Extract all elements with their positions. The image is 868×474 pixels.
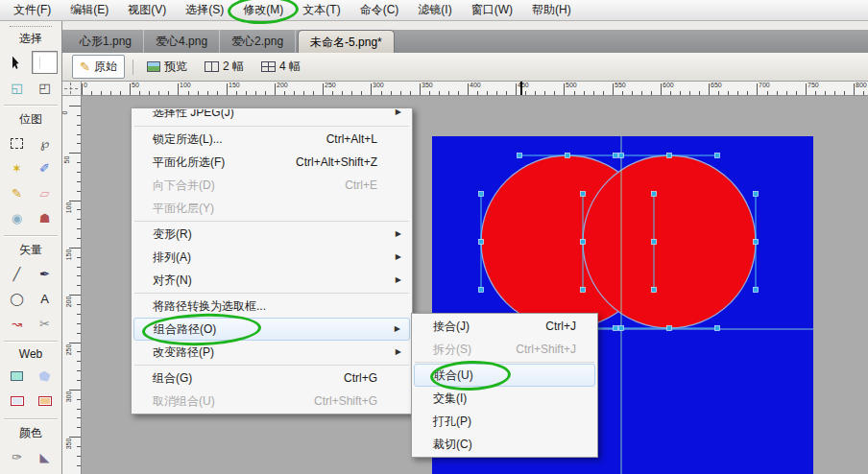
selection-handle[interactable] bbox=[652, 192, 657, 197]
selection-handle[interactable] bbox=[652, 288, 657, 293]
panel-gripper[interactable] bbox=[10, 26, 52, 29]
selection-handle[interactable] bbox=[715, 326, 720, 331]
selection-handle[interactable] bbox=[581, 240, 586, 245]
modify-menu-item-12[interactable]: 组合(G)Ctrl+G bbox=[133, 367, 410, 390]
selection-handle[interactable] bbox=[619, 154, 624, 158]
selection-handle[interactable] bbox=[479, 288, 484, 293]
blur-tool[interactable]: ◉ bbox=[4, 206, 30, 229]
tab-document-1[interactable]: 心形1.png bbox=[68, 30, 144, 53]
subselection-tool[interactable] bbox=[32, 51, 58, 74]
selection-handle[interactable] bbox=[479, 192, 484, 197]
ruler-tick bbox=[777, 91, 778, 95]
menubar-item-5[interactable]: 修改(M) bbox=[233, 0, 293, 20]
crop-tool[interactable]: ◰ bbox=[32, 76, 58, 99]
modify-menu-item-10[interactable]: 组合路径(O)▶ bbox=[133, 318, 410, 341]
selection-handle[interactable] bbox=[754, 288, 759, 293]
modify-menu-item-3[interactable]: 平面化所选(F)Ctrl+Alt+Shift+Z bbox=[133, 151, 410, 174]
menubar-item-3[interactable]: 视图(V) bbox=[118, 0, 176, 20]
combine-paths-submenu-item-5[interactable]: 打孔(P) bbox=[414, 410, 595, 433]
eraser-tool[interactable]: ▱ bbox=[32, 181, 58, 204]
pointer-tool[interactable] bbox=[4, 51, 30, 74]
selection-handle[interactable] bbox=[619, 326, 624, 331]
ruler-label: 0 bbox=[62, 111, 68, 115]
selection-handle[interactable] bbox=[754, 240, 759, 245]
combine-paths-submenu-item-1[interactable]: 接合(J)Ctrl+J bbox=[414, 315, 595, 338]
stroke-color-swatch[interactable] bbox=[32, 470, 58, 474]
ruler-tick bbox=[786, 91, 787, 95]
selection-handle[interactable] bbox=[667, 154, 672, 158]
selection-handle[interactable] bbox=[667, 326, 672, 331]
lasso-tool[interactable]: ℘ bbox=[32, 131, 58, 154]
modify-menu-item-8[interactable]: 对齐(N)▶ bbox=[133, 269, 410, 292]
menubar-item-6[interactable]: 文本(T) bbox=[293, 0, 350, 20]
tab-document-2[interactable]: 爱心4.png bbox=[144, 30, 220, 53]
selection-handle[interactable] bbox=[652, 240, 657, 245]
selection-handle[interactable] bbox=[614, 154, 618, 158]
menubar-item-8[interactable]: 滤镜(I) bbox=[408, 0, 461, 20]
selection-handle[interactable] bbox=[715, 154, 720, 158]
vertical-ruler[interactable]: 050100150200250300350 bbox=[62, 96, 82, 474]
modify-menu-item-2[interactable]: 锁定所选(L)...Ctrl+Alt+L bbox=[133, 128, 410, 151]
paint-bucket-tool[interactable]: ◣ bbox=[32, 445, 58, 468]
combine-paths-submenu-item-3[interactable]: 联合(U) bbox=[414, 364, 595, 387]
ruler-label: 650 bbox=[711, 82, 722, 88]
selection-handle[interactable] bbox=[754, 192, 759, 197]
menubar-item-9[interactable]: 窗口(W) bbox=[462, 0, 522, 20]
selection-handle[interactable] bbox=[479, 240, 484, 245]
selection-handle[interactable] bbox=[581, 288, 586, 293]
menubar-item-10[interactable]: 帮助(H) bbox=[522, 0, 581, 20]
viewbar-button-2[interactable]: 预览 bbox=[139, 55, 195, 79]
viewbar-button-4[interactable]: 4 幅 bbox=[253, 55, 308, 79]
horizontal-ruler[interactable]: 0501001502002503003504004505005506006507… bbox=[82, 82, 868, 96]
freeform-tool[interactable]: ↝ bbox=[4, 312, 30, 335]
combine-paths-submenu-item-4[interactable]: 交集(I) bbox=[414, 387, 595, 410]
selection-handle[interactable] bbox=[518, 154, 522, 158]
modify-menu-item-1[interactable]: 选择性 JPEG(J)▶ bbox=[133, 109, 410, 125]
rubber-stamp-tool[interactable]: ☗ bbox=[32, 206, 58, 229]
tab-document-4[interactable]: 未命名-5.png* bbox=[298, 30, 395, 53]
modify-menu-item-9[interactable]: 将路径转换为选取框... bbox=[133, 295, 410, 318]
ruler-tick bbox=[77, 115, 81, 116]
selection-handle[interactable] bbox=[581, 192, 586, 197]
ellipse-tool[interactable]: ◯ bbox=[4, 287, 30, 310]
menu-item-label: 拆分(S) bbox=[414, 343, 471, 356]
magic-wand-tool[interactable]: ✶ bbox=[4, 156, 30, 179]
viewbar-button-label: 预览 bbox=[164, 59, 187, 75]
tool-grid bbox=[0, 364, 61, 414]
red-circle-2[interactable] bbox=[583, 155, 756, 328]
slice-tool[interactable] bbox=[4, 390, 30, 413]
ruler-label: 550 bbox=[615, 82, 626, 88]
marquee-tool[interactable] bbox=[4, 131, 30, 154]
menu-separator bbox=[134, 365, 409, 366]
viewbar-button-1[interactable]: ✎原始 bbox=[72, 55, 125, 79]
brush-tool[interactable]: ✐ bbox=[32, 156, 58, 179]
export-area-tool[interactable]: ◱ bbox=[4, 76, 30, 99]
polygon-hotspot-tool[interactable] bbox=[32, 365, 58, 388]
selection-handle[interactable] bbox=[614, 326, 618, 331]
stroke-color-pencil[interactable]: ✎ bbox=[4, 470, 30, 474]
modify-menu-item-6[interactable]: 变形(R)▶ bbox=[133, 223, 410, 246]
menubar-item-1[interactable]: 文件(F) bbox=[4, 0, 60, 20]
ruler-tick bbox=[77, 228, 81, 229]
hide-slices-tool[interactable] bbox=[32, 390, 58, 413]
menubar-item-7[interactable]: 命令(C) bbox=[350, 0, 409, 20]
eyedropper-tool[interactable]: ✑ bbox=[4, 445, 30, 468]
menubar-item-4[interactable]: 选择(S) bbox=[176, 0, 233, 20]
menu-separator bbox=[134, 126, 409, 127]
tab-document-3[interactable]: 爱心2.png bbox=[220, 30, 296, 53]
viewbar-button-3[interactable]: 2 幅 bbox=[197, 55, 252, 79]
pen-tool[interactable]: ✒ bbox=[32, 262, 58, 285]
rectangle-hotspot-tool[interactable] bbox=[4, 365, 30, 388]
line-tool[interactable]: ╱ bbox=[4, 262, 30, 285]
modify-menu-item-7[interactable]: 排列(A)▶ bbox=[133, 246, 410, 269]
modify-menu-item-11[interactable]: 改变路径(P)▶ bbox=[133, 341, 410, 364]
ruler-tick bbox=[709, 83, 710, 95]
menubar-item-2[interactable]: 编辑(E) bbox=[60, 0, 118, 20]
selection-handle[interactable] bbox=[566, 154, 570, 158]
pencil-tool[interactable]: ✎ bbox=[4, 181, 30, 204]
text-tool[interactable]: A bbox=[32, 287, 58, 310]
knife-tool[interactable]: ✂ bbox=[32, 312, 58, 335]
menu-item-label: 选择性 JPEG(J) bbox=[133, 109, 234, 119]
combine-paths-submenu-item-6[interactable]: 裁切(C) bbox=[414, 433, 595, 456]
menu-item-shortcut: Ctrl+E bbox=[345, 174, 377, 197]
